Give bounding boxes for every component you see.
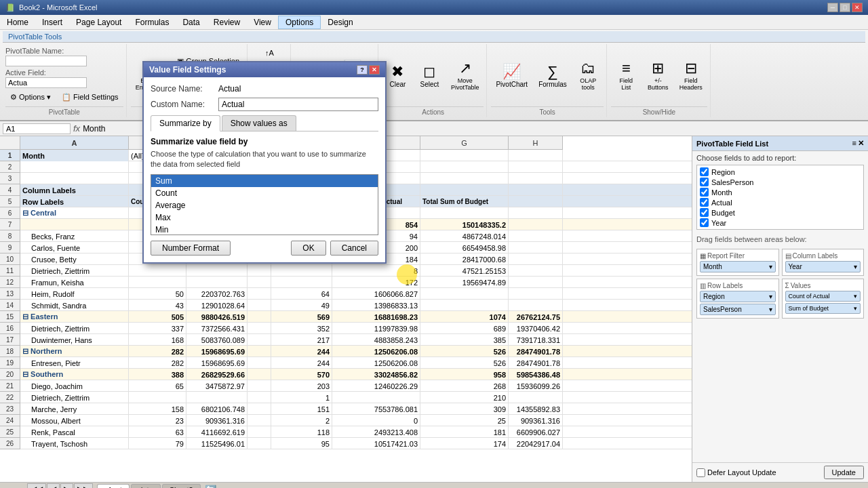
year-dropdown-icon[interactable]: ▾ [854, 263, 857, 270]
row-header-22[interactable]: 22 [0, 392, 20, 403]
row-header-21[interactable]: 21 [0, 380, 20, 392]
clear-button[interactable]: ✖ Clear [382, 61, 413, 90]
row-header-20[interactable]: 20 [0, 369, 20, 380]
menu-page-layout[interactable]: Page Layout [69, 16, 128, 28]
row-header-8[interactable]: 8 [0, 230, 20, 242]
number-format-button[interactable]: Number Format [151, 241, 231, 256]
field-item-budget[interactable]: Budget [698, 207, 862, 218]
row-header-19[interactable]: 19 [0, 357, 20, 369]
new-sheet-icon[interactable]: 🔄 [205, 485, 216, 488]
field-item-year[interactable]: Year [698, 218, 862, 228]
minimize-button[interactable]: ─ [827, 3, 838, 12]
tab-summarize-by[interactable]: Summarize by [151, 115, 220, 131]
field-item-month[interactable]: Month [698, 187, 862, 197]
calculation-listbox[interactable]: Sum Count Average Max Min Product [151, 174, 378, 235]
menu-view[interactable]: View [247, 16, 278, 28]
drag-area-row-labels[interactable]: ▥ Row Labels Region ▾ SalesPerson ▾ [696, 279, 779, 319]
col-header-g[interactable]: G [420, 136, 509, 150]
field-list-button[interactable]: ≡ FieldList [611, 58, 642, 93]
defer-update-checkbox[interactable] [696, 468, 705, 477]
pvt-name-input[interactable] [5, 56, 87, 66]
tab-sheet3[interactable]: Sheet3 [162, 484, 201, 488]
row-header-3[interactable]: 3 [0, 173, 20, 184]
row-header-12[interactable]: 12 [0, 277, 20, 288]
listbox-item-count[interactable]: Count [151, 187, 378, 199]
field-checkbox-budget[interactable] [700, 208, 709, 217]
row-header-13[interactable]: 13 [0, 288, 20, 300]
row-header-24[interactable]: 24 [0, 415, 20, 426]
plus-minus-button[interactable]: ⊞ +/-Buttons [643, 58, 673, 93]
row-header-2[interactable]: 2 [0, 161, 20, 173]
sum-budget-dropdown-icon[interactable]: ▾ [854, 305, 857, 312]
row-header-16[interactable]: 16 [0, 323, 20, 334]
field-checkbox-month[interactable] [700, 188, 709, 197]
drag-item-year[interactable]: Year ▾ [785, 261, 861, 272]
row-header-6[interactable]: 6 [0, 207, 20, 219]
field-checkbox-region[interactable] [700, 167, 709, 176]
drag-item-month[interactable]: Month ▾ [700, 261, 776, 272]
field-item-actual[interactable]: Actual [698, 197, 862, 207]
salesperson-dropdown-icon[interactable]: ▾ [769, 306, 772, 313]
field-settings-button[interactable]: 📋 Field Settings [57, 90, 123, 104]
cell-a1[interactable]: Month [20, 150, 129, 161]
field-checkbox-year[interactable] [700, 218, 709, 227]
field-item-salesperson[interactable]: SalesPerson [698, 177, 862, 187]
row-header-10[interactable]: 10 [0, 253, 20, 265]
olap-button[interactable]: 🗂 OLAPtools [573, 58, 604, 93]
pivot-panel-icon-list[interactable]: ≡ [852, 139, 856, 148]
listbox-item-min[interactable]: Min [151, 224, 378, 235]
cell-g1[interactable] [420, 150, 509, 161]
field-item-region[interactable]: Region [698, 167, 862, 177]
field-checkbox-actual[interactable] [700, 198, 709, 207]
sheet-nav-left[interactable]: ◀◀ ◀ ▶ ▶▶ [27, 483, 93, 488]
menu-home[interactable]: Home [0, 16, 35, 28]
menu-data[interactable]: Data [176, 16, 206, 28]
listbox-item-sum[interactable]: Sum [151, 175, 378, 187]
update-button[interactable]: Update [824, 466, 864, 479]
row-header-4[interactable]: 4 [0, 184, 20, 196]
menu-formulas[interactable]: Formulas [128, 16, 176, 28]
tab-show-values-as[interactable]: Show values as [222, 115, 296, 131]
listbox-item-average[interactable]: Average [151, 199, 378, 211]
pivot-panel-close-icon[interactable]: ✕ [858, 139, 864, 148]
cancel-button[interactable]: Cancel [330, 241, 378, 256]
custom-name-input[interactable] [218, 98, 378, 111]
dialog-help-button[interactable]: ? [357, 65, 368, 75]
menu-review[interactable]: Review [207, 16, 247, 28]
row-header-17[interactable]: 17 [0, 334, 20, 346]
sort-asc-button[interactable]: ↑A [260, 47, 279, 59]
drag-item-salesperson[interactable]: SalesPerson ▾ [700, 304, 776, 315]
drag-item-sum-budget[interactable]: Sum of Budget ▾ [785, 303, 861, 314]
row-header-14[interactable]: 14 [0, 300, 20, 311]
row-header-1[interactable]: 1 [0, 150, 20, 161]
name-box[interactable] [3, 123, 71, 134]
menu-design[interactable]: Design [321, 16, 359, 28]
row-header-15[interactable]: 15 [0, 311, 20, 323]
close-button[interactable]: ✕ [852, 3, 863, 12]
count-actual-dropdown-icon[interactable]: ▾ [854, 293, 857, 300]
col-header-a[interactable]: A [20, 136, 129, 150]
region-dropdown-icon[interactable]: ▾ [769, 293, 772, 300]
options-button[interactable]: ⚙ Options ▾ [5, 90, 56, 104]
drag-area-report-filter[interactable]: ▦ Report Filter Month ▾ [696, 249, 779, 276]
active-field-input[interactable] [5, 77, 87, 88]
row-header-9[interactable]: 9 [0, 242, 20, 253]
row-header-26[interactable]: 26 [0, 438, 20, 449]
row-header-7[interactable]: 7 [0, 219, 20, 230]
menu-options[interactable]: Options [278, 16, 321, 29]
restore-button[interactable]: □ [840, 3, 850, 12]
cell-h1[interactable] [509, 150, 563, 161]
row-header-25[interactable]: 25 [0, 426, 20, 438]
row-header-11[interactable]: 11 [0, 265, 20, 277]
formulas-button[interactable]: ∑ Formulas [534, 61, 572, 90]
row-header-23[interactable]: 23 [0, 403, 20, 415]
row-header-18[interactable]: 18 [0, 346, 20, 357]
menu-insert[interactable]: Insert [35, 16, 69, 28]
pivot-chart-button[interactable]: 📈 PivotChart [491, 61, 532, 90]
select-button[interactable]: ◻ Select [414, 61, 445, 90]
listbox-item-max[interactable]: Max [151, 211, 378, 224]
drag-item-count-actual[interactable]: Count of Actual ▾ [785, 291, 861, 302]
drag-area-values[interactable]: Σ Values Count of Actual ▾ Sum of Budget… [782, 279, 865, 319]
field-checkbox-salesperson[interactable] [700, 178, 709, 186]
dialog-close-button[interactable]: ✕ [369, 65, 380, 75]
